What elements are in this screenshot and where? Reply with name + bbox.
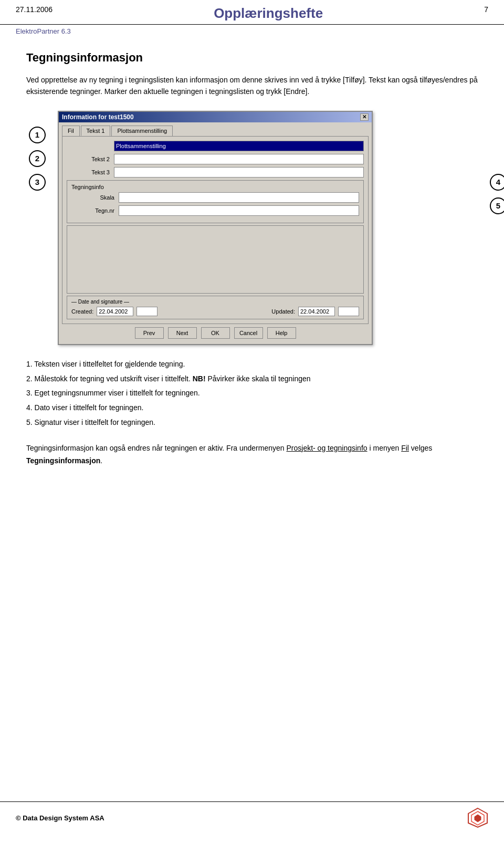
input-tekst1[interactable] [114, 141, 364, 151]
tab-plottsammenstilling[interactable]: Plottsammenstilling [111, 126, 173, 136]
updated-sig-input[interactable] [338, 307, 359, 316]
svg-marker-2 [475, 815, 481, 822]
input-tegnr[interactable] [119, 205, 359, 216]
input-tekst3[interactable] [114, 167, 364, 178]
input-skala[interactable] [119, 192, 359, 203]
page-footer: © Data Design System ASA [0, 801, 504, 833]
form-row-skala: Skala [71, 192, 359, 203]
form-label-tekst2: Tekst 2 [67, 156, 114, 162]
page-header: 27.11.2006 Opplæringshefte 7 [0, 0, 504, 25]
win-titlebar: Information for test1500 ✕ [59, 112, 372, 122]
section-title: Tegningsinformasjon [26, 51, 478, 65]
next-button[interactable]: Next [168, 327, 197, 339]
cancel-button[interactable]: Cancel [234, 327, 263, 339]
large-empty-area [67, 225, 364, 294]
dialog-close-button[interactable]: ✕ [360, 113, 369, 121]
annotation-1: 1 [29, 127, 46, 143]
header-date: 27.11.2006 [16, 5, 52, 14]
form-row-tegnr: Tegn.nr [71, 205, 359, 216]
annotation-2: 2 [29, 150, 46, 167]
input-tekst2[interactable] [114, 154, 364, 164]
win-tabs: Fil Tekst 1 Plottsammenstilling [62, 126, 369, 137]
company-logo [467, 807, 488, 828]
footer-text: Tegningsinformasjon kan også endres når … [26, 442, 478, 467]
note-2: 2. Målestokk for tegning ved utskrift vi… [26, 373, 478, 385]
tab-tekst1[interactable]: Tekst 1 [81, 126, 111, 136]
form-label-tegnr: Tegn.nr [71, 207, 119, 214]
main-content: Tegningsinformasjon Ved opprettelse av n… [0, 35, 504, 483]
intro-text: Ved opprettelse av ny tegning i tegnings… [26, 74, 478, 98]
dialog-title: Information for test1500 [62, 113, 134, 121]
input-created-date[interactable] [97, 307, 133, 316]
annotation-4: 4 [490, 174, 504, 191]
form-row-tekst3: Tekst 3 [67, 167, 364, 178]
created-sig-input[interactable] [136, 307, 158, 316]
tegningsinfo-section: Tegningsinfo Skala Tegn.nr [67, 180, 364, 223]
note-1: 1. Teksten viser i tittelfeltet for gjel… [26, 358, 478, 371]
tab-fil[interactable]: Fil [62, 126, 80, 136]
form-label-tekst3: Tekst 3 [67, 169, 114, 175]
note-4: 4. Dato viser i tittelfelt for tegningen… [26, 402, 478, 414]
win-panel: Tekst 2 Tekst 3 Tegningsinfo Skala [62, 137, 369, 324]
win-dialog: Information for test1500 ✕ Fil Tekst 1 P [58, 111, 373, 345]
prev-button[interactable]: Prev [135, 327, 164, 339]
win-buttons: Prev Next OK Cancel Help [62, 324, 369, 341]
form-label-skala: Skala [71, 194, 119, 201]
annotation-5: 5 [490, 197, 504, 214]
date-sig-title: — Date and signature — [71, 299, 359, 305]
header-product: ElektroPartner 6.3 [16, 27, 71, 35]
win-body: Fil Tekst 1 Plottsammenstilling [59, 122, 372, 344]
note-5: 5. Signatur viser i tittelfelt for tegni… [26, 416, 478, 429]
date-sig-section: — Date and signature — Created: Updated: [67, 296, 364, 319]
ok-button[interactable]: OK [201, 327, 230, 339]
dialog-area: 1 2 3 4 5 Information for test1500 ✕ [58, 111, 478, 345]
header-page: 7 [484, 5, 488, 14]
date-sig-row: Created: Updated: [71, 307, 359, 316]
form-row-tekst1 [67, 141, 364, 151]
footer-copyright: © Data Design System ASA [16, 814, 104, 822]
form-row-tekst2: Tekst 2 [67, 154, 364, 164]
annotation-3: 3 [29, 174, 46, 191]
created-label: Created: [71, 308, 93, 315]
tegningsinfo-title: Tegningsinfo [71, 184, 359, 190]
note-3: 3. Eget tegningsnummer viser i tittelfel… [26, 387, 478, 400]
header-title: Opplæringshefte [214, 5, 323, 22]
input-updated-date[interactable] [298, 307, 335, 316]
help-button[interactable]: Help [267, 327, 296, 339]
updated-label: Updated: [271, 308, 295, 315]
notes-list: 1. Teksten viser i tittelfeltet for gjel… [26, 358, 478, 429]
